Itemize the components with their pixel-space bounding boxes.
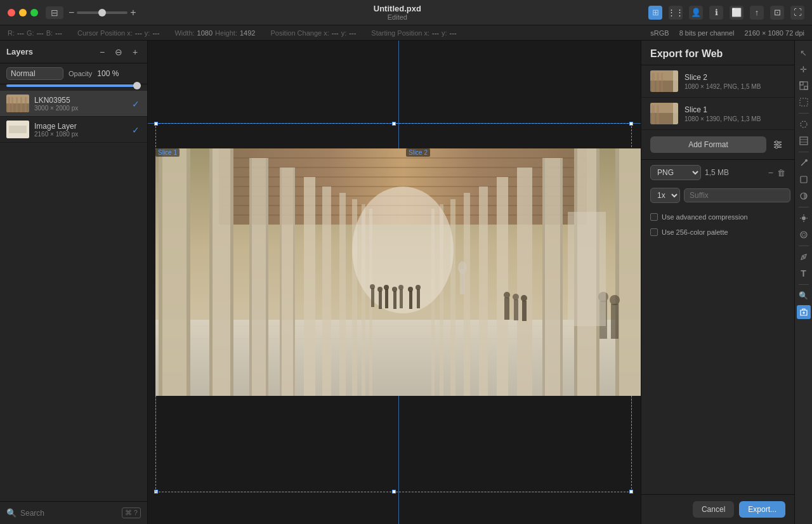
layer-visible-check[interactable]: ✓	[132, 125, 141, 134]
cancel-button[interactable]: Cancel	[693, 501, 734, 518]
handle-bb2[interactable]	[392, 490, 396, 494]
magic-wand-tool[interactable]	[797, 134, 811, 148]
svg-rect-33	[280, 167, 295, 396]
move-tool[interactable]: ✛	[797, 62, 811, 76]
slice-info: Slice 2 1080 × 1492, PNG, 1,5 MB	[684, 73, 785, 90]
selection-tool[interactable]	[797, 95, 811, 109]
handle-tm[interactable]	[392, 122, 396, 126]
close-button[interactable]	[8, 9, 15, 16]
cursor-y-label: y:	[145, 29, 150, 37]
main-content: Layers − ⊖ + Normal Multiply Screen Opac…	[0, 41, 812, 524]
svg-rect-73	[504, 298, 509, 320]
download-icon[interactable]: ⊡	[770, 6, 784, 20]
layers-settings-btn[interactable]: ⊖	[113, 46, 124, 58]
svg-point-107	[801, 121, 807, 128]
slice1-label: Slice 1	[155, 148, 180, 157]
layer-dims: 2160 × 1080 px	[34, 131, 127, 138]
svg-rect-35	[293, 167, 295, 396]
layer-visible-check[interactable]: ✓	[132, 99, 141, 108]
scale-select[interactable]: 1x 2x 3x	[650, 188, 680, 203]
zoom-slider[interactable]	[77, 11, 128, 14]
frame-icon[interactable]: ⬜	[730, 6, 743, 20]
infobar: R: --- G: --- B: --- Cursor Position x: …	[0, 25, 812, 41]
text-tool[interactable]: T	[797, 266, 811, 280]
suffix-input[interactable]	[684, 188, 790, 202]
handle-bm[interactable]	[392, 490, 396, 494]
format-type-select[interactable]: PNG JPEG WebP SVG	[650, 165, 701, 180]
svg-rect-30	[249, 158, 268, 396]
svg-rect-29	[230, 148, 233, 396]
canvas-view-icon[interactable]: ⊞	[648, 6, 662, 20]
svg-rect-36	[304, 177, 315, 396]
color-palette-checkbox[interactable]	[650, 228, 658, 236]
svg-rect-52	[497, 177, 508, 396]
svg-rect-85	[568, 212, 606, 326]
opacity-label: Opacity	[69, 70, 92, 77]
handle-tr[interactable]	[629, 122, 633, 126]
svg-rect-113	[801, 176, 807, 183]
zoom-minus-icon[interactable]: −	[69, 7, 74, 18]
format-trash-icon[interactable]: 🗑	[777, 168, 785, 178]
layer-name: LKN03955	[34, 96, 127, 105]
person-icon[interactable]: 👤	[689, 6, 703, 20]
export-button[interactable]: Export...	[739, 501, 785, 518]
svg-rect-59	[371, 288, 374, 307]
handle-br2[interactable]	[629, 490, 633, 494]
svg-rect-89	[657, 73, 659, 92]
maximize-button[interactable]	[30, 9, 38, 16]
g-label: G:	[27, 29, 34, 37]
svg-rect-34	[280, 167, 282, 396]
format-minus-icon[interactable]: −	[768, 167, 773, 178]
opacity-slider-container	[6, 84, 141, 87]
b-value: ---	[55, 29, 62, 37]
zoom-plus-icon[interactable]: +	[130, 7, 136, 18]
layer-item[interactable]: Image Layer 2160 × 1080 px ✓	[0, 117, 147, 143]
search-input[interactable]	[20, 509, 118, 518]
blur-tool[interactable]	[797, 228, 811, 242]
cursor-info: Cursor Position x: --- y: ---	[77, 29, 159, 37]
handle-bl[interactable]	[154, 490, 158, 494]
slice-item[interactable]: Slice 2 1080 × 1492, PNG, 1,5 MB	[641, 65, 794, 98]
transform-tool[interactable]	[797, 79, 811, 93]
zoom-tool[interactable]: 🔍	[797, 289, 811, 303]
info-icon[interactable]: ℹ	[709, 6, 723, 20]
layer-name: Image Layer	[34, 122, 127, 131]
minimize-button[interactable]	[19, 9, 27, 16]
fullscreen-icon[interactable]: ⛶	[790, 6, 804, 20]
cursor-tool[interactable]: ↖	[797, 46, 811, 60]
burn-dodge-tool[interactable]	[797, 189, 811, 203]
svg-rect-38	[339, 193, 346, 396]
pen-tool[interactable]	[797, 250, 811, 264]
handle-br[interactable]	[629, 490, 633, 494]
slice-info: Slice 1 1080 × 1390, PNG, 1,3 MB	[684, 105, 785, 122]
svg-point-60	[370, 284, 375, 289]
lighten-tool[interactable]	[797, 211, 811, 225]
handle-tl[interactable]	[154, 122, 158, 126]
layer-info: Image Layer 2160 × 1080 px	[34, 122, 127, 138]
advanced-compression-checkbox[interactable]	[650, 213, 658, 221]
export-icon[interactable]: ↑	[750, 6, 764, 20]
layer-item[interactable]: LKN03955 3000 × 2000 px ✓	[0, 91, 147, 117]
opacity-slider[interactable]	[6, 84, 141, 87]
sidebar-toggle[interactable]: ⊟	[46, 6, 63, 19]
format-settings-icon[interactable]	[770, 137, 785, 152]
apps-grid-icon[interactable]: ⋮⋮	[669, 6, 683, 20]
color-space: sRGB	[650, 29, 669, 37]
export-web-tool[interactable]	[797, 305, 811, 319]
blend-mode-select[interactable]: Normal Multiply Screen	[6, 67, 63, 80]
lasso-tool[interactable]	[797, 117, 811, 131]
title-center: Untitled.pxd Edited	[147, 4, 648, 21]
width-label: Width:	[174, 29, 194, 37]
bit-depth: 8 bits per channel	[679, 29, 735, 37]
canvas-area[interactable]: Slice 1 Slice 2	[148, 41, 641, 524]
add-format-button[interactable]: Add Format	[650, 136, 766, 153]
slice-item[interactable]: Slice 1 1080 × 1390, PNG, 1,3 MB	[641, 98, 794, 130]
eraser-tool[interactable]	[797, 173, 811, 187]
paint-brush-tool[interactable]	[797, 156, 811, 170]
svg-rect-106	[800, 98, 808, 106]
layers-add-btn[interactable]: +	[129, 46, 141, 58]
start-pos-y-label: y:	[442, 29, 447, 37]
svg-rect-105	[804, 86, 808, 89]
svg-point-120	[801, 232, 807, 238]
layers-collapse-btn[interactable]: −	[96, 46, 108, 58]
